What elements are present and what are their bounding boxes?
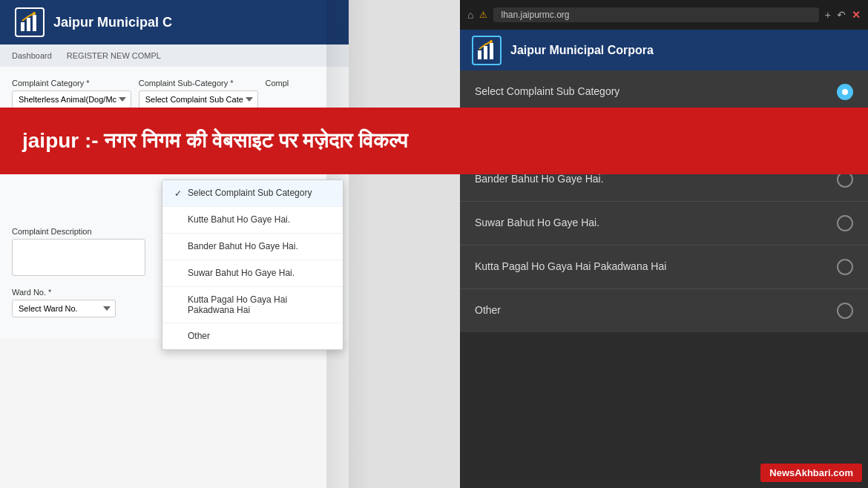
mobile-option-label-3: Suwar Bahut Ho Gaye Hai. xyxy=(475,216,837,231)
complaint-subcategory-label: Complaint Sub-Category * xyxy=(139,79,258,88)
banner-text: jaipur :- नगर निगम की वेबसाइट पर मज़ेदार… xyxy=(22,129,407,154)
mobile-option-label-5: Other xyxy=(475,303,837,318)
mobile-option-label-4: Kutta Pagal Ho Gaya Hai Pakadwana Hai xyxy=(475,260,837,274)
svg-rect-0 xyxy=(21,22,24,31)
dropdown-item-0[interactable]: ✓ Select Complaint Sub Category xyxy=(162,180,343,207)
dropdown-item-5[interactable]: ✓ Other xyxy=(162,323,343,349)
left-panel: Jaipur Municipal C Dashboard REGISTER NE… xyxy=(0,0,349,488)
dropdown-item-label-0: Select Complaint Sub Category xyxy=(188,188,312,198)
complaint-category-group: Complaint Category * Shelterless Animal(… xyxy=(12,79,131,108)
dropdown-item-label-4: Kutta Pagal Ho Gaya Hai Pakadwana Hai xyxy=(188,294,331,315)
svg-rect-1 xyxy=(27,18,30,31)
mobile-logo-icon xyxy=(472,36,502,65)
register-link[interactable]: REGISTER NEW COMPL xyxy=(67,51,161,60)
radio-0 xyxy=(837,84,853,100)
dropdown-item-label-1: Kutte Bahut Ho Gaye Hai. xyxy=(188,214,290,225)
dashboard-link[interactable]: Dashboard xyxy=(12,51,52,60)
svg-rect-2 xyxy=(33,15,36,31)
complaint-subcategory-select[interactable]: Select Complaint Sub Cate xyxy=(139,90,258,108)
watermark: NewsAkhbari.com xyxy=(760,464,862,482)
mobile-app-header: Jaipur Municipal Corpora xyxy=(460,30,868,70)
svg-point-7 xyxy=(490,40,493,43)
browser-actions: + ↶ ✕ xyxy=(825,9,861,21)
dropdown-item-4[interactable]: ✓ Kutta Pagal Ho Gaya Hai Pakadwana Hai xyxy=(162,287,343,323)
dropdown-item-3[interactable]: ✓ Suwar Bahut Ho Gaye Hai. xyxy=(162,260,343,287)
radio-5 xyxy=(837,303,853,319)
warning-icon: ⚠ xyxy=(479,10,487,20)
svg-rect-6 xyxy=(490,43,493,59)
svg-point-3 xyxy=(33,12,36,15)
subcategory-dropdown: ✓ Select Complaint Sub Category ✓ Kutte … xyxy=(162,179,343,350)
complaint-label: Compl xyxy=(266,79,337,88)
mobile-option-label-0: Select Complaint Sub Category xyxy=(475,85,837,99)
left-subheader: Dashboard REGISTER NEW COMPL xyxy=(0,44,349,67)
left-header: Jaipur Municipal C xyxy=(0,0,349,44)
right-panel: ⌂ ⚠ lhan.jaipurmc.org + ↶ ✕ Jaipur Munic… xyxy=(460,0,868,488)
dropdown-item-label-3: Suwar Bahut Ho Gaye Hai. xyxy=(188,268,295,278)
home-icon[interactable]: ⌂ xyxy=(467,9,473,21)
form-row-1: Complaint Category * Shelterless Animal(… xyxy=(12,79,337,108)
logo-icon xyxy=(15,7,45,37)
complaint-desc-input[interactable] xyxy=(12,239,145,276)
back-icon[interactable]: ↶ xyxy=(837,9,846,21)
radio-3 xyxy=(837,215,853,231)
mobile-option-label-2: Bander Bahut Ho Gaye Hai. xyxy=(475,172,837,187)
browser-url[interactable]: lhan.jaipurmc.org xyxy=(493,7,818,22)
complaint-subcategory-group: Complaint Sub-Category * Select Complain… xyxy=(139,79,258,108)
dropdown-item-1[interactable]: ✓ Kutte Bahut Ho Gaye Hai. xyxy=(162,207,343,234)
dropdown-item-2[interactable]: ✓ Bander Bahut Ho Gaye Hai. xyxy=(162,234,343,260)
mobile-option-3[interactable]: Suwar Bahut Ho Gaye Hai. xyxy=(460,202,868,245)
complaint-group: Compl xyxy=(266,79,337,108)
dropdown-item-label-5: Other xyxy=(188,331,210,341)
mobile-header-title: Jaipur Municipal Corpora xyxy=(510,44,654,57)
dropdown-item-label-2: Bander Bahut Ho Gaye Hai. xyxy=(188,241,298,251)
mobile-option-4[interactable]: Kutta Pagal Ho Gaya Hai Pakadwana Hai xyxy=(460,245,868,289)
svg-rect-5 xyxy=(484,46,487,59)
mobile-option-5[interactable]: Other xyxy=(460,289,868,332)
check-icon: ✓ xyxy=(174,188,182,199)
radio-4 xyxy=(837,259,853,275)
banner: jaipur :- नगर निगम की वेबसाइट पर मज़ेदार… xyxy=(0,108,868,174)
left-header-title: Jaipur Municipal C xyxy=(53,15,172,30)
ward-select[interactable]: Select Ward No. xyxy=(12,300,116,317)
complaint-category-label: Complaint Category * xyxy=(12,79,131,88)
plus-icon[interactable]: + xyxy=(825,9,831,21)
close-tab-icon[interactable]: ✕ xyxy=(852,9,861,21)
radio-inner-0 xyxy=(842,89,848,95)
svg-rect-4 xyxy=(478,50,481,59)
complaint-category-select[interactable]: Shelterless Animal(Dog/Mc xyxy=(12,90,131,108)
browser-bar: ⌂ ⚠ lhan.jaipurmc.org + ↶ ✕ xyxy=(460,0,868,30)
